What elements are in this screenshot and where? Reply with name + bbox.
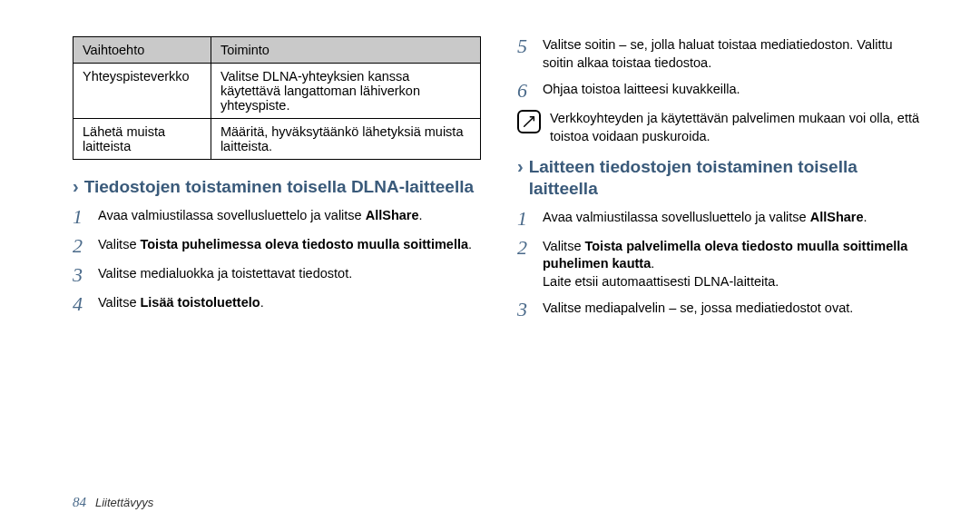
step-item: 3Valitse mediapalvelin – se, jossa media…	[517, 300, 926, 320]
note: Verkkoyhteyden ja käytettävän palvelimen…	[517, 110, 926, 145]
note-text: Verkkoyhteyden ja käytettävän palvelimen…	[550, 110, 926, 145]
step-item: 1Avaa valmiustilassa sovellusluettelo ja…	[73, 207, 481, 227]
section-heading-left: › Tiedostojen toistaminen toisella DLNA-…	[73, 176, 481, 198]
steps-left: 1Avaa valmiustilassa sovellusluettelo ja…	[73, 207, 481, 314]
step-item: 2Valitse Toista puhelimessa oleva tiedos…	[73, 236, 481, 256]
page-number: 84	[73, 495, 86, 510]
chevron-icon: ›	[73, 177, 79, 195]
th-option: Vaihtoehto	[74, 37, 211, 64]
step-item: 6Ohjaa toistoa laitteesi kuvakkeilla.	[517, 81, 926, 101]
step-item: 3Valitse medialuokka ja toistettavat tie…	[73, 265, 481, 285]
chevron-icon: ›	[517, 157, 524, 175]
table-row: Yhteyspisteverkko Valitse DLNA-yhteyksie…	[74, 64, 481, 119]
step-item: 2Valitse Toista palvelimella oleva tiedo…	[517, 238, 926, 291]
section-heading-right: › Laitteen tiedostojen toistaminen toise…	[517, 156, 926, 200]
step-item: 4Valitse Lisää toistoluettelo.	[73, 294, 481, 314]
footer: 84 Liitettävyys	[73, 495, 153, 510]
table-row: Lähetä muista laitteista Määritä, hyväks…	[74, 119, 481, 160]
step-item: 5Valitse soitin – se, jolla haluat toist…	[517, 36, 926, 72]
note-icon	[517, 110, 541, 133]
footer-section: Liitettävyys	[95, 496, 153, 509]
steps-right-top: 5Valitse soitin – se, jolla haluat toist…	[517, 36, 926, 101]
th-function: Toiminto	[211, 37, 480, 64]
step-item: 1Avaa valmiustilassa sovellusluettelo ja…	[517, 209, 926, 229]
options-table: Vaihtoehto Toiminto Yhteyspisteverkko Va…	[73, 36, 481, 160]
steps-right: 1Avaa valmiustilassa sovellusluettelo ja…	[517, 209, 926, 320]
